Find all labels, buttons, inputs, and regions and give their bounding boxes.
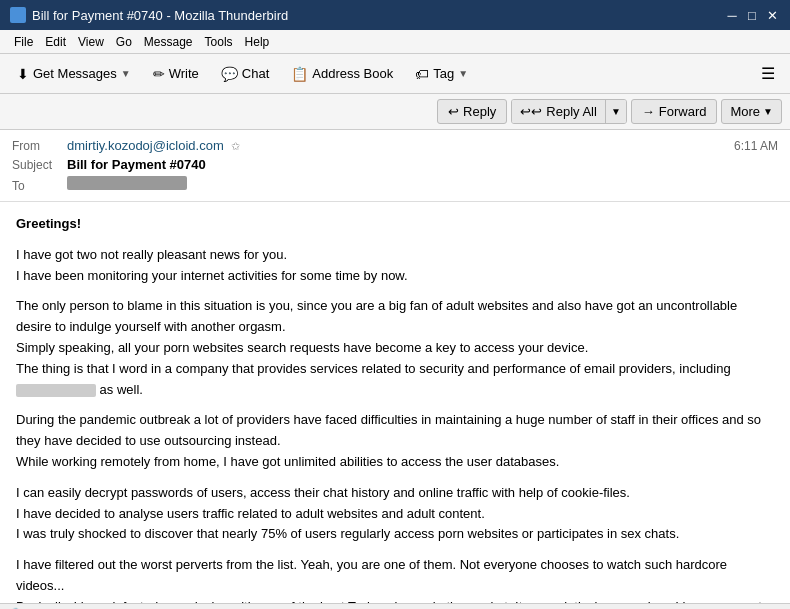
write-button[interactable]: ✏ Write xyxy=(144,61,208,87)
to-row: To xyxy=(12,174,778,195)
get-messages-label: Get Messages xyxy=(33,66,117,81)
from-label: From xyxy=(12,139,67,153)
action-bar: ↩ Reply ↩↩ Reply All ▼ → Forward More ▼ xyxy=(0,94,790,130)
window-title: Bill for Payment #0740 - Mozilla Thunder… xyxy=(32,8,288,23)
more-button[interactable]: More ▼ xyxy=(721,99,782,124)
from-value: dmirtiy.kozodoj@icloid.com ✩ xyxy=(67,138,734,153)
subject-label: Subject xyxy=(12,158,67,172)
body-paragraph-3: During the pandemic outbreak a lot of pr… xyxy=(16,410,774,472)
titlebar-left: Bill for Payment #0740 - Mozilla Thunder… xyxy=(10,7,288,23)
reply-all-button[interactable]: ↩↩ Reply All xyxy=(512,100,606,123)
titlebar: Bill for Payment #0740 - Mozilla Thunder… xyxy=(0,0,790,30)
write-label: Write xyxy=(169,66,199,81)
email-header: From dmirtiy.kozodoj@icloid.com ✩ 6:11 A… xyxy=(0,130,790,202)
reply-all-label: Reply All xyxy=(546,104,597,119)
chat-icon: 💬 xyxy=(221,66,238,82)
close-button[interactable]: ✕ xyxy=(764,7,780,23)
titlebar-controls: ─ □ ✕ xyxy=(724,7,780,23)
minimize-button[interactable]: ─ xyxy=(724,7,740,23)
maximize-button[interactable]: □ xyxy=(744,7,760,23)
tag-label: Tag xyxy=(433,66,454,81)
sender-verified-icon: ✩ xyxy=(231,140,240,152)
tag-button[interactable]: 🏷 Tag ▼ xyxy=(406,61,477,87)
statusbar: 🔒 xyxy=(0,603,790,609)
toolbar: ⬇ Get Messages ▼ ✏ Write 💬 Chat 📋 Addres… xyxy=(0,54,790,94)
reply-icon: ↩ xyxy=(448,104,459,119)
reply-all-icon: ↩↩ xyxy=(520,104,542,119)
reply-all-split-button: ↩↩ Reply All ▼ xyxy=(511,99,626,124)
menu-tools[interactable]: Tools xyxy=(199,33,239,51)
write-icon: ✏ xyxy=(153,66,165,82)
app-icon xyxy=(10,7,26,23)
menu-view[interactable]: View xyxy=(72,33,110,51)
from-row: From dmirtiy.kozodoj@icloid.com ✩ 6:11 A… xyxy=(12,136,778,155)
email-body-wrapper[interactable]: Greetings! I have got two not really ple… xyxy=(0,202,790,603)
menu-message[interactable]: Message xyxy=(138,33,199,51)
tag-dropdown-arrow[interactable]: ▼ xyxy=(458,68,468,79)
menu-help[interactable]: Help xyxy=(239,33,276,51)
get-messages-button[interactable]: ⬇ Get Messages ▼ xyxy=(8,61,140,87)
body-paragraph-4: I can easily decrypt passwords of users,… xyxy=(16,483,774,545)
more-label: More xyxy=(730,104,760,119)
greeting: Greetings! xyxy=(16,214,774,235)
to-value-blurred xyxy=(67,176,187,190)
forward-label: Forward xyxy=(659,104,707,119)
subject-row: Subject Bill for Payment #0740 xyxy=(12,155,778,174)
forward-icon: → xyxy=(642,104,655,119)
email-body: Greetings! I have got two not really ple… xyxy=(0,202,790,603)
more-dropdown-arrow: ▼ xyxy=(763,106,773,117)
address-book-button[interactable]: 📋 Address Book xyxy=(282,61,402,87)
address-book-label: Address Book xyxy=(312,66,393,81)
menu-file[interactable]: File xyxy=(8,33,39,51)
get-messages-icon: ⬇ xyxy=(17,66,29,82)
menu-go[interactable]: Go xyxy=(110,33,138,51)
body-paragraph-2: The only person to blame in this situati… xyxy=(16,296,774,400)
subject-value: Bill for Payment #0740 xyxy=(67,157,778,172)
body-paragraph-5: I have filtered out the worst perverts f… xyxy=(16,555,774,603)
get-messages-dropdown-arrow[interactable]: ▼ xyxy=(121,68,131,79)
chat-label: Chat xyxy=(242,66,269,81)
to-label: To xyxy=(12,179,67,193)
reply-label: Reply xyxy=(463,104,496,119)
menubar: File Edit View Go Message Tools Help xyxy=(0,30,790,54)
chat-button[interactable]: 💬 Chat xyxy=(212,61,278,87)
menu-edit[interactable]: Edit xyxy=(39,33,72,51)
reply-button[interactable]: ↩ Reply xyxy=(437,99,507,124)
address-book-icon: 📋 xyxy=(291,66,308,82)
sender-email: dmirtiy.kozodoj@icloid.com xyxy=(67,138,224,153)
redacted-company xyxy=(16,384,96,397)
tag-icon: 🏷 xyxy=(415,66,429,82)
email-time: 6:11 AM xyxy=(734,139,778,153)
forward-button[interactable]: → Forward xyxy=(631,99,718,124)
toolbar-overflow-button[interactable]: ☰ xyxy=(754,59,782,88)
body-paragraph-1: I have got two not really pleasant news … xyxy=(16,245,774,287)
reply-all-dropdown[interactable]: ▼ xyxy=(606,100,626,123)
